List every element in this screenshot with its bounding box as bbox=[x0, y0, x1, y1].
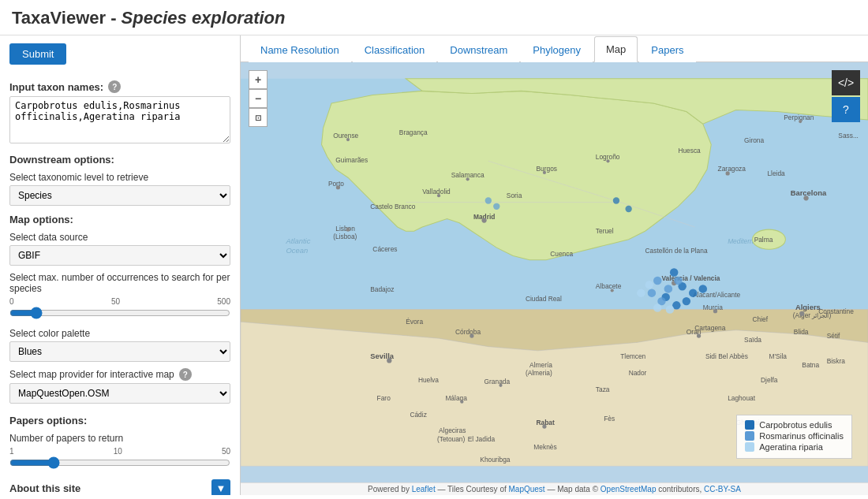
osm-link[interactable]: OpenStreetMap bbox=[600, 485, 657, 493]
svg-point-108 bbox=[336, 185, 340, 189]
occurrences-slider[interactable] bbox=[9, 307, 230, 319]
svg-text:Huesca: Huesca bbox=[678, 147, 701, 155]
svg-point-87 bbox=[699, 285, 707, 292]
about-label: About this site ▼ bbox=[9, 479, 230, 495]
svg-point-102 bbox=[613, 197, 619, 203]
map-provider-label: Select map provider for interactive map … bbox=[9, 368, 230, 381]
color-palette-label: Select color palette bbox=[9, 328, 230, 339]
svg-point-97 bbox=[637, 289, 645, 296]
tab-name-resolution[interactable]: Name Resolution bbox=[249, 37, 351, 62]
svg-text:Soria: Soria bbox=[507, 192, 522, 199]
papers-slider[interactable] bbox=[9, 456, 230, 469]
svg-point-115 bbox=[799, 120, 802, 123]
svg-text:Ourense: Ourense bbox=[333, 132, 358, 140]
mapquest-link[interactable]: MapQuest bbox=[509, 485, 545, 493]
svg-text:Djelfa: Djelfa bbox=[761, 376, 778, 384]
data-source-select[interactable]: GBIF iNaturalist BISON bbox=[9, 245, 230, 266]
svg-point-106 bbox=[346, 138, 350, 141]
svg-text:Albacete: Albacete bbox=[596, 282, 622, 290]
svg-point-28 bbox=[466, 177, 470, 181]
about-toggle-icon[interactable]: ▼ bbox=[211, 479, 230, 495]
svg-text:Meknès: Meknès bbox=[533, 443, 556, 451]
svg-text:Atlantic: Atlantic bbox=[286, 236, 311, 245]
svg-point-46 bbox=[470, 333, 473, 337]
legend-dot-ageratina bbox=[745, 442, 754, 452]
occurrences-slider-container: 0 50 500 bbox=[9, 297, 230, 322]
svg-point-100 bbox=[485, 197, 492, 203]
code-button[interactable]: </> bbox=[832, 70, 860, 95]
svg-text:Évora: Évora bbox=[406, 318, 423, 326]
svg-point-101 bbox=[493, 203, 499, 210]
taxonomic-level-select[interactable]: Species Genus Family Order bbox=[9, 185, 230, 206]
svg-point-92 bbox=[664, 285, 672, 292]
ccbysa-link[interactable]: CC-BY-SA bbox=[704, 485, 741, 493]
zoom-fit-button[interactable]: ⊡ bbox=[249, 108, 268, 127]
left-panel: Submit Input taxon names: ? Carpobrotus … bbox=[0, 35, 241, 495]
svg-point-94 bbox=[648, 289, 656, 296]
map-provider-help-icon[interactable]: ? bbox=[179, 368, 192, 381]
tab-classification[interactable]: Classification bbox=[353, 37, 437, 62]
svg-text:Cuenca: Cuenca bbox=[550, 250, 573, 258]
svg-point-91 bbox=[653, 277, 661, 285]
tab-bar: Name Resolution Classification Downstrea… bbox=[241, 35, 868, 62]
legend-item-rosmarinus: Rosmarinus officinalis bbox=[745, 431, 844, 441]
svg-text:Taza: Taza bbox=[596, 385, 610, 393]
svg-text:(Almeria): (Almeria) bbox=[526, 369, 552, 377]
svg-text:Batna: Batna bbox=[802, 361, 819, 369]
submit-button[interactable]: Submit bbox=[9, 43, 66, 65]
svg-point-103 bbox=[625, 206, 631, 212]
map-provider-select[interactable]: MapQuestOpen.OSM OpenStreetMap Stamen.Te… bbox=[9, 383, 230, 404]
svg-text:Laghouat: Laghouat bbox=[728, 394, 756, 402]
map-container: Atlantic Ocean Mediterranean Madrid Lisb… bbox=[241, 62, 868, 482]
svg-text:Málaga: Málaga bbox=[445, 394, 467, 402]
svg-text:Almería: Almería bbox=[529, 361, 552, 369]
taxon-input[interactable]: Carpobrotus edulis,Rosmarinus officinali… bbox=[9, 96, 230, 143]
zoom-in-button[interactable]: + bbox=[249, 70, 268, 89]
svg-text:Zaragoza: Zaragoza bbox=[718, 165, 746, 173]
tab-map[interactable]: Map bbox=[594, 36, 638, 62]
svg-point-42 bbox=[499, 384, 502, 387]
svg-text:Algeciras: Algeciras bbox=[439, 426, 466, 434]
float-buttons: </> ? bbox=[832, 70, 860, 122]
map-controls: + − ⊡ bbox=[249, 70, 268, 127]
taxon-label: Input taxon names: ? bbox=[9, 80, 230, 93]
taxonomic-level-label: Select taxonomic level to retrieve bbox=[9, 172, 230, 183]
svg-text:Algiers: Algiers bbox=[795, 303, 821, 311]
svg-text:Biskra: Biskra bbox=[827, 357, 846, 365]
svg-point-95 bbox=[674, 277, 682, 285]
svg-text:Khouribga: Khouribga bbox=[480, 456, 510, 464]
svg-text:M'Sila: M'Sila bbox=[769, 352, 787, 360]
downstream-options-label: Downstream options: bbox=[9, 154, 230, 166]
taxon-help-icon[interactable]: ? bbox=[108, 80, 121, 93]
legend-item-carpobrotus: Carpobrotus edulis bbox=[745, 420, 844, 430]
help-button[interactable]: ? bbox=[832, 97, 860, 122]
svg-point-86 bbox=[689, 289, 697, 296]
occurrences-label: Select max. number of occurrences to sea… bbox=[9, 272, 230, 294]
svg-text:Cáceres: Cáceres bbox=[372, 245, 397, 253]
svg-point-88 bbox=[683, 297, 690, 305]
svg-point-72 bbox=[799, 311, 804, 316]
legend-dot-carpobrotus bbox=[745, 420, 754, 430]
svg-point-19 bbox=[606, 159, 609, 162]
svg-text:Córdoba: Córdoba bbox=[455, 328, 481, 336]
svg-text:Constantine: Constantine bbox=[818, 307, 854, 315]
svg-point-84 bbox=[670, 268, 678, 276]
svg-text:Sétif: Sétif bbox=[827, 332, 840, 340]
papers-slider-container: 1 10 50 bbox=[9, 447, 230, 471]
svg-text:Teruel: Teruel bbox=[596, 227, 614, 235]
leaflet-link[interactable]: Leaflet bbox=[412, 485, 436, 493]
tab-papers[interactable]: Papers bbox=[639, 37, 695, 62]
svg-text:Blida: Blida bbox=[794, 328, 809, 336]
zoom-out-button[interactable]: − bbox=[249, 89, 268, 108]
svg-point-33 bbox=[387, 358, 391, 363]
svg-text:Tlemcen: Tlemcen bbox=[620, 352, 645, 360]
tab-downstream[interactable]: Downstream bbox=[438, 37, 519, 62]
tab-phylogeny[interactable]: Phylogeny bbox=[521, 37, 593, 62]
svg-text:Cádiz: Cádiz bbox=[410, 411, 426, 419]
color-palette-select[interactable]: Blues Reds Greens Spectral bbox=[9, 341, 230, 362]
svg-text:Palma: Palma bbox=[754, 236, 773, 244]
svg-text:Ocean: Ocean bbox=[286, 246, 309, 255]
map-options-label: Map options: bbox=[9, 214, 230, 225]
svg-point-119 bbox=[611, 289, 614, 292]
svg-text:Murcia: Murcia bbox=[703, 303, 723, 311]
